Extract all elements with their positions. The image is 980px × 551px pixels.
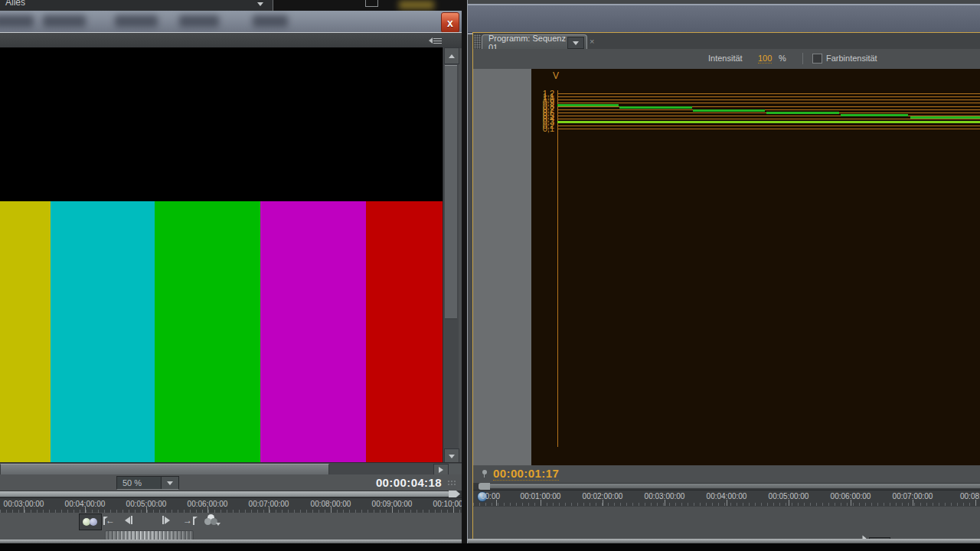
volt-axis-label: V xyxy=(553,70,559,81)
color-intensity-checkbox[interactable] xyxy=(812,54,822,64)
ruler-label: 00:00 xyxy=(481,492,500,500)
time-ruler[interactable]: 00:0000:01:00:0000:02:00:0000:03:00:0000… xyxy=(473,490,980,507)
viewing-area-bar[interactable] xyxy=(0,491,462,497)
background-button xyxy=(365,0,378,7)
major-tick xyxy=(665,500,665,506)
triangle-right-icon xyxy=(165,517,170,524)
down-arrow-icon xyxy=(449,455,455,458)
major-tick xyxy=(453,507,454,513)
ruler-label: 00:08:00:00 xyxy=(960,492,980,500)
out-flag-icon xyxy=(193,517,194,525)
intensity-unit: % xyxy=(779,54,786,63)
grid-line xyxy=(557,99,980,100)
tab-menu-button[interactable] xyxy=(567,37,584,49)
waveform-step xyxy=(766,112,839,114)
color-bar-red xyxy=(366,201,443,462)
major-tick xyxy=(851,500,851,506)
waveform-step xyxy=(910,116,980,119)
up-arrow-icon xyxy=(449,54,455,58)
dim-grid-icon xyxy=(447,480,456,485)
window-titlebar[interactable]: x xyxy=(0,11,462,32)
grid-line xyxy=(557,119,980,119)
gang-ball-icon xyxy=(90,518,97,526)
time-ruler[interactable]: 00:03:00:0000:04:00:0000:05:00:0000:06:0… xyxy=(0,497,462,514)
dropdown-arrow-button[interactable] xyxy=(161,477,178,489)
current-timecode[interactable]: 00:00:04:18 xyxy=(376,476,442,489)
tab-programm-sequenz[interactable]: Programm: Sequenz 01 xyxy=(482,34,587,51)
marker-pin-icon xyxy=(482,470,487,474)
background-blur-highlight xyxy=(399,1,434,9)
blur-blob xyxy=(179,15,219,28)
monitor-controls-row: 50 % 00:00:04:18 xyxy=(0,474,462,491)
scrollbar-corner xyxy=(449,464,462,474)
waveform-step xyxy=(693,109,765,112)
triangle-left-icon xyxy=(125,517,130,524)
major-tick xyxy=(496,500,497,506)
screen: Alles x xyxy=(0,0,980,551)
right-arrow-icon xyxy=(439,467,443,473)
viewing-area-thumb[interactable] xyxy=(0,491,450,497)
chevron-down-icon xyxy=(216,523,220,526)
vertical-scrollbar[interactable] xyxy=(443,47,459,462)
intensity-value[interactable]: 100 xyxy=(758,54,772,64)
major-tick xyxy=(331,507,332,513)
current-timecode[interactable]: 00:00:01:17 xyxy=(493,467,559,481)
work-area-bar[interactable] xyxy=(473,483,980,490)
waveform-step xyxy=(841,114,908,116)
tab-close-icon[interactable]: × xyxy=(590,37,594,46)
output-button[interactable] xyxy=(204,514,217,525)
panel-header xyxy=(0,32,462,48)
window-titlebar[interactable] xyxy=(468,4,980,33)
reference-monitor-window: x 50 % 00:00:04:18 xyxy=(0,11,462,543)
scale-label: 0,1 xyxy=(533,124,554,133)
filter-value: Alles xyxy=(5,0,25,8)
grid-line xyxy=(557,93,980,94)
window-close-button[interactable]: x xyxy=(441,12,459,32)
major-tick xyxy=(603,500,603,506)
horizontal-scrollbar[interactable] xyxy=(0,462,462,475)
scroll-up-button[interactable] xyxy=(444,47,459,64)
color-bar-cyan xyxy=(51,201,155,462)
color-bar-magenta xyxy=(260,201,366,462)
panel-tab-strip: Programm: Sequenz 01 × xyxy=(473,32,980,50)
in-flag-icon xyxy=(103,517,105,525)
goto-out-button[interactable]: → xyxy=(183,516,194,525)
grid-line xyxy=(557,129,980,129)
right-arrow-icon: → xyxy=(183,516,192,525)
chevron-down-icon xyxy=(573,41,579,45)
blur-blob xyxy=(253,15,288,28)
color-bar-yellow xyxy=(0,201,51,462)
step-forward-button[interactable] xyxy=(162,516,170,524)
goto-in-button[interactable]: ← xyxy=(103,516,115,525)
divider xyxy=(802,53,803,64)
panel-grip[interactable] xyxy=(474,34,481,49)
major-tick xyxy=(975,500,976,506)
zoom-level-dropdown[interactable]: 50 % xyxy=(116,476,179,490)
viewing-area-handle[interactable] xyxy=(449,491,460,497)
blur-blob xyxy=(0,15,34,28)
smpte-color-bars xyxy=(0,201,443,462)
vertical-scroll-thumb[interactable] xyxy=(445,65,457,319)
major-tick xyxy=(392,507,393,513)
video-display xyxy=(0,47,443,462)
waveform-step xyxy=(619,106,692,109)
program-monitor-window: Programm: Sequenz 01 × Intensität 100 % … xyxy=(467,0,980,543)
major-tick xyxy=(146,507,147,513)
scope-area: V 1,21,11,00,90,80,70,60,50,40,30,20,1 xyxy=(473,69,980,465)
gang-button[interactable] xyxy=(79,514,102,530)
blur-blob xyxy=(115,15,158,28)
scroll-down-button[interactable] xyxy=(444,448,459,464)
work-area-handle[interactable] xyxy=(479,483,490,490)
blur-blob xyxy=(43,15,86,28)
grid-line xyxy=(557,96,980,97)
project-filter-dropdown[interactable]: Alles xyxy=(0,0,273,11)
horizontal-scroll-thumb[interactable] xyxy=(0,464,329,475)
step-back-button[interactable] xyxy=(125,516,132,524)
scroll-right-button[interactable] xyxy=(433,464,449,475)
major-tick xyxy=(541,500,541,506)
work-area-thumb[interactable] xyxy=(490,484,980,488)
major-tick xyxy=(727,500,727,506)
chevron-down-icon xyxy=(167,481,173,485)
panel-menu-icon[interactable] xyxy=(429,37,442,44)
waveform-baseline xyxy=(557,121,980,123)
